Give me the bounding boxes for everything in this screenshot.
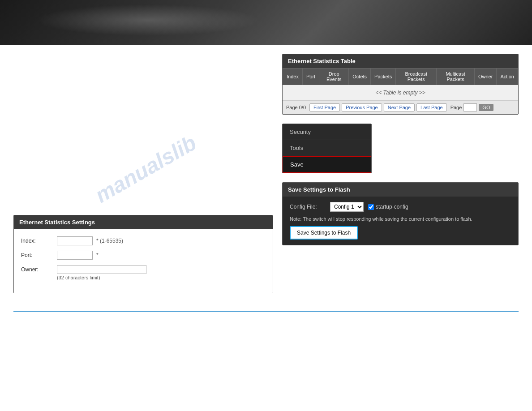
footer-divider: [13, 311, 519, 312]
next-page-button[interactable]: Next Page: [384, 103, 415, 111]
port-label: Port:: [21, 252, 57, 258]
save-flash-container: Save Settings to Flash Config File: Conf…: [282, 182, 519, 245]
last-page-button[interactable]: Last Page: [416, 103, 447, 111]
col-multicast-packets: Multicast Packets: [437, 68, 475, 85]
col-action: Action: [497, 68, 518, 85]
ethernet-stats-table: Index Port Drop Events Octets Packets Br…: [283, 68, 518, 100]
ethernet-stats-table-container: Ethernet Statistics Table Index Port Dro…: [282, 54, 519, 115]
col-index: Index: [283, 68, 303, 85]
save-flash-note: Note: The switch will stop responding wh…: [290, 216, 511, 222]
col-octets: Octets: [349, 68, 371, 85]
settings-form-title: Ethernet Statistics Settings: [14, 215, 273, 229]
owner-label: Owner:: [21, 266, 57, 273]
right-panel: Ethernet Statistics Table Index Port Dro…: [282, 54, 519, 293]
left-panel: Ethernet Statistics Settings Index: * (1…: [13, 54, 273, 293]
col-port: Port: [302, 68, 319, 85]
first-page-button[interactable]: First Page: [309, 103, 340, 111]
startup-config-checkbox[interactable]: [368, 204, 374, 210]
security-menu-item-save[interactable]: Save: [282, 156, 372, 173]
port-row: Port: *: [21, 251, 266, 260]
previous-page-button[interactable]: Previous Page: [342, 103, 382, 111]
index-hint: * (1-65535): [96, 238, 123, 244]
security-menu-item-security[interactable]: Security: [283, 124, 371, 140]
index-row: Index: * (1-65535): [21, 236, 266, 245]
owner-row: Owner: (32 characters limit): [21, 265, 266, 280]
pagination-row: Page 0/0 First Page Previous Page Next P…: [283, 100, 518, 114]
table-header-row: Index Port Drop Events Octets Packets Br…: [283, 68, 518, 85]
page-wrapper: manualslib Ethernet Statistics Settings …: [0, 0, 532, 312]
save-flash-title: Save Settings to Flash: [283, 183, 518, 197]
save-settings-to-flash-button[interactable]: Save Settings to Flash: [290, 226, 358, 240]
col-owner: Owner: [474, 68, 496, 85]
startup-config-label: startup-config: [376, 204, 408, 210]
header-banner: [0, 0, 532, 45]
table-empty-row: << Table is empty >>: [283, 85, 518, 101]
settings-form-body: Index: * (1-65535) Port: * Owner:: [14, 229, 273, 293]
owner-hint: (32 characters limit): [57, 275, 100, 280]
col-drop-events: Drop Events: [319, 68, 349, 85]
config-file-select[interactable]: Config 1: [330, 202, 364, 212]
config-file-label: Config File:: [290, 204, 326, 210]
empty-message: << Table is empty >>: [283, 85, 518, 101]
page-info: Page 0/0: [286, 105, 306, 110]
startup-config-row: startup-config: [368, 204, 408, 210]
col-packets: Packets: [371, 68, 396, 85]
go-button[interactable]: GO: [479, 104, 493, 111]
config-file-row: Config File: Config 1 startup-config: [290, 202, 511, 212]
main-content: Ethernet Statistics Settings Index: * (1…: [0, 45, 532, 302]
col-broadcast-packets: Broadcast Packets: [396, 68, 437, 85]
index-label: Index:: [21, 238, 57, 244]
security-menu-item-tools[interactable]: Tools: [283, 140, 371, 156]
port-hint: *: [96, 252, 99, 258]
save-flash-body: Config File: Config 1 startup-config Not…: [283, 197, 518, 245]
settings-form: Ethernet Statistics Settings Index: * (1…: [13, 215, 273, 293]
security-tools-save-menu: Security Tools Save: [282, 124, 372, 173]
page-number-input[interactable]: [463, 103, 477, 111]
owner-input[interactable]: [57, 265, 146, 274]
page-label: Page: [450, 105, 462, 110]
index-input[interactable]: [57, 236, 93, 245]
ethernet-stats-table-title: Ethernet Statistics Table: [283, 54, 518, 68]
port-input[interactable]: [57, 251, 93, 260]
